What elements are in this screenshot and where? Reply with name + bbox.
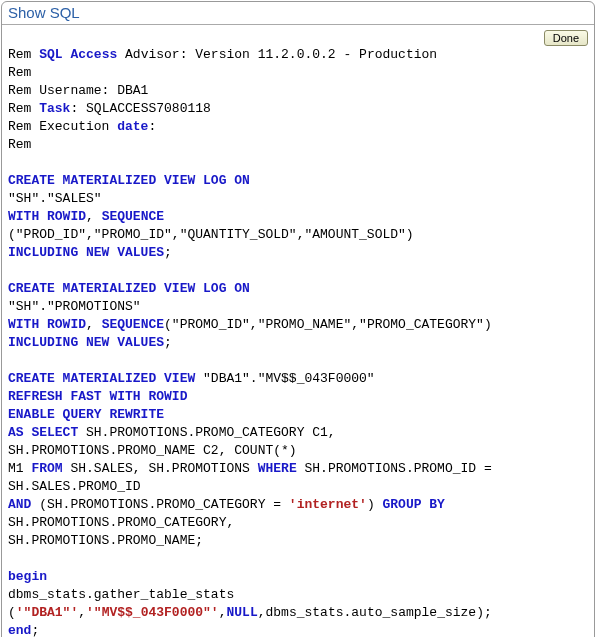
kw-null: NULL	[226, 605, 257, 620]
str-literal: '"MV$$_043F0000"'	[86, 605, 219, 620]
text: SH.PROMOTIONS.PROMO_CATEGORY,	[8, 515, 234, 530]
str-literal: '"DBA1"'	[16, 605, 78, 620]
kw-sequence: SEQUENCE	[102, 317, 164, 332]
text: SH.PROMOTIONS.PROMO_NAME;	[8, 533, 203, 548]
kw-create-mv-log: CREATE MATERIALIZED VIEW LOG ON	[8, 281, 250, 296]
text: ,	[78, 605, 86, 620]
kw-and: AND	[8, 497, 31, 512]
text: ;	[164, 335, 172, 350]
kw-from: FROM	[31, 461, 62, 476]
kw-enable-rewrite: ENABLE QUERY REWRITE	[8, 407, 164, 422]
text: "SH"."SALES"	[8, 191, 102, 206]
text: Rem Execution	[8, 119, 117, 134]
text: )	[367, 497, 383, 512]
text: (	[8, 605, 16, 620]
kw-date: date	[117, 119, 148, 134]
text: Advisor: Version 11.2.0.0.2 - Production	[117, 47, 437, 62]
kw-create-mv-log: CREATE MATERIALIZED VIEW LOG ON	[8, 173, 250, 188]
text: SH.SALES, SH.PROMOTIONS	[63, 461, 258, 476]
kw-including: INCLUDING NEW VALUES	[8, 335, 164, 350]
rem-line: Rem Username: DBA1	[8, 83, 148, 98]
kw-sql-access: SQL Access	[39, 47, 117, 62]
text: ;	[164, 245, 172, 260]
kw-refresh: REFRESH FAST WITH ROWID	[8, 389, 187, 404]
panel-title: Show SQL	[8, 4, 80, 21]
text: ,	[86, 209, 102, 224]
text: "SH"."PROMOTIONS"	[8, 299, 141, 314]
kw-with-rowid: WITH ROWID	[8, 209, 86, 224]
kw-where: WHERE	[258, 461, 297, 476]
text: SH.PROMOTIONS.PROMO_NAME C2, COUNT(*)	[8, 443, 297, 458]
kw-as-select: AS SELECT	[8, 425, 78, 440]
rem-line: Rem	[8, 47, 31, 62]
kw-with-rowid: WITH ROWID	[8, 317, 86, 332]
str-literal: 'internet'	[289, 497, 367, 512]
text: M1	[8, 461, 31, 476]
kw-group-by: GROUP BY	[382, 497, 444, 512]
text: ,	[86, 317, 102, 332]
text: ;	[31, 623, 39, 637]
kw-end: end	[8, 623, 31, 637]
text: SH.PROMOTIONS.PROMO_ID =	[297, 461, 492, 476]
show-sql-panel: Show SQL Done Rem SQL Access Advisor: Ve…	[1, 1, 595, 637]
kw-sequence: SEQUENCE	[102, 209, 164, 224]
panel-header: Show SQL	[2, 2, 594, 25]
rem-line: Rem	[8, 137, 31, 152]
rem-line: Rem	[8, 65, 31, 80]
text: ("PROD_ID","PROMO_ID","QUANTITY_SOLD","A…	[8, 227, 414, 242]
text: ,dbms_stats.auto_sample_size);	[258, 605, 492, 620]
kw-create-mv: CREATE MATERIALIZED VIEW	[8, 371, 195, 386]
kw-task: Task	[39, 101, 70, 116]
text: ("PROMO_ID","PROMO_NAME","PROMO_CATEGORY…	[164, 317, 492, 332]
text: (SH.PROMOTIONS.PROMO_CATEGORY =	[31, 497, 288, 512]
button-row: Done	[2, 25, 594, 46]
text: dbms_stats.gather_table_stats	[8, 587, 234, 602]
text: : SQLACCESS7080118	[70, 101, 210, 116]
text: :	[148, 119, 156, 134]
kw-begin: begin	[8, 569, 47, 584]
text: SH.PROMOTIONS.PROMO_CATEGORY C1,	[78, 425, 335, 440]
text: SH.SALES.PROMO_ID	[8, 479, 141, 494]
sql-body: Rem SQL Access Advisor: Version 11.2.0.0…	[2, 46, 594, 637]
text: Rem	[8, 101, 39, 116]
done-button[interactable]: Done	[544, 30, 588, 46]
text: "DBA1"."MV$$_043F0000"	[195, 371, 374, 386]
kw-including: INCLUDING NEW VALUES	[8, 245, 164, 260]
